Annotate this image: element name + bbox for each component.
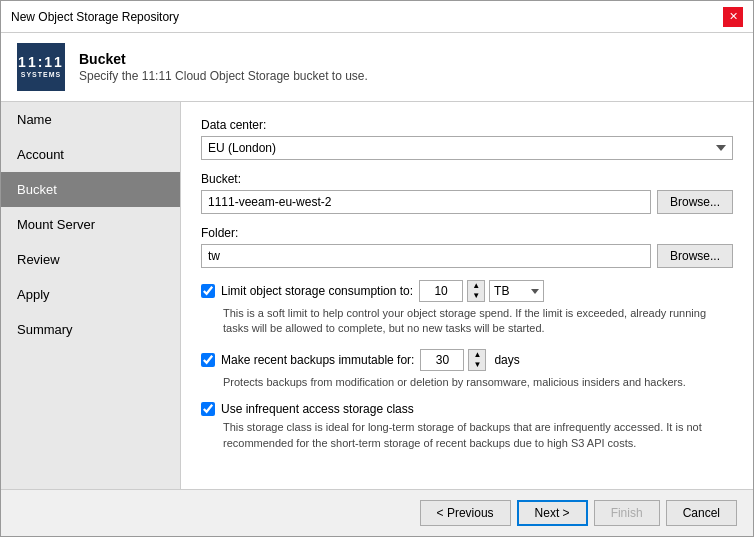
immutable-label: Make recent backups immutable for:	[221, 353, 414, 367]
bucket-group: Bucket: Browse...	[201, 172, 733, 214]
dialog-title: New Object Storage Repository	[11, 10, 179, 24]
next-button[interactable]: Next >	[517, 500, 588, 526]
logo-colon: 11:11	[18, 54, 64, 71]
immutable-value-input[interactable]	[420, 349, 464, 371]
folder-browse-button[interactable]: Browse...	[657, 244, 733, 268]
limit-group: Limit object storage consumption to: ▲ ▼…	[201, 280, 733, 337]
immutable-down-button[interactable]: ▼	[469, 360, 485, 370]
bucket-browse-button[interactable]: Browse...	[657, 190, 733, 214]
limit-unit-select[interactable]: TB GB MB	[489, 280, 544, 302]
limit-help-text: This is a soft limit to help control you…	[223, 306, 733, 337]
bucket-label: Bucket:	[201, 172, 733, 186]
infrequent-help-text: This storage class is ideal for long-ter…	[223, 420, 733, 451]
data-center-label: Data center:	[201, 118, 733, 132]
immutable-unit-label: days	[494, 353, 519, 367]
step-description: Specify the 11:11 Cloud Object Storage b…	[79, 69, 368, 83]
header-area: 11:11 SYSTEMS Bucket Specify the 11:11 C…	[1, 33, 753, 102]
folder-group: Folder: Browse...	[201, 226, 733, 268]
header-text: Bucket Specify the 11:11 Cloud Object St…	[79, 51, 368, 83]
cancel-button[interactable]: Cancel	[666, 500, 737, 526]
immutable-help-text: Protects backups from modification or de…	[223, 375, 733, 390]
limit-label: Limit object storage consumption to:	[221, 284, 413, 298]
sidebar-item-name[interactable]: Name	[1, 102, 180, 137]
step-title: Bucket	[79, 51, 368, 67]
infrequent-checkbox[interactable]	[201, 402, 215, 416]
folder-input[interactable]	[201, 244, 651, 268]
limit-value-input[interactable]	[419, 280, 463, 302]
sidebar-item-account[interactable]: Account	[1, 137, 180, 172]
dialog: New Object Storage Repository ✕ 11:11 SY…	[0, 0, 754, 537]
content-area: Data center: EU (London) Bucket: Browse.…	[181, 102, 753, 489]
immutable-checkbox-row: Make recent backups immutable for: ▲ ▼ d…	[201, 349, 733, 371]
folder-label: Folder:	[201, 226, 733, 240]
title-bar: New Object Storage Repository ✕	[1, 1, 753, 33]
immutable-controls: ▲ ▼ days	[420, 349, 519, 371]
data-center-input-row: EU (London)	[201, 136, 733, 160]
limit-spinner: ▲ ▼	[467, 280, 485, 302]
sidebar-item-mount-server[interactable]: Mount Server	[1, 207, 180, 242]
bucket-input[interactable]	[201, 190, 651, 214]
limit-controls: ▲ ▼ TB GB MB	[419, 280, 544, 302]
sidebar-item-review[interactable]: Review	[1, 242, 180, 277]
immutable-checkbox[interactable]	[201, 353, 215, 367]
bucket-input-row: Browse...	[201, 190, 733, 214]
main-area: Name Account Bucket Mount Server Review …	[1, 102, 753, 489]
logo: 11:11 SYSTEMS	[17, 43, 65, 91]
sidebar: Name Account Bucket Mount Server Review …	[1, 102, 181, 489]
immutable-group: Make recent backups immutable for: ▲ ▼ d…	[201, 349, 733, 390]
infrequent-checkbox-row: Use infrequent access storage class	[201, 402, 733, 416]
limit-checkbox-row: Limit object storage consumption to: ▲ ▼…	[201, 280, 733, 302]
logo-systems: SYSTEMS	[21, 71, 61, 79]
sidebar-item-apply[interactable]: Apply	[1, 277, 180, 312]
folder-input-row: Browse...	[201, 244, 733, 268]
data-center-group: Data center: EU (London)	[201, 118, 733, 160]
close-button[interactable]: ✕	[723, 7, 743, 27]
sidebar-item-bucket[interactable]: Bucket	[1, 172, 180, 207]
data-center-select[interactable]: EU (London)	[201, 136, 733, 160]
infrequent-label: Use infrequent access storage class	[221, 402, 414, 416]
finish-button[interactable]: Finish	[594, 500, 660, 526]
previous-button[interactable]: < Previous	[420, 500, 511, 526]
footer: < Previous Next > Finish Cancel	[1, 489, 753, 536]
infrequent-group: Use infrequent access storage class This…	[201, 402, 733, 451]
immutable-spinner: ▲ ▼	[468, 349, 486, 371]
limit-checkbox[interactable]	[201, 284, 215, 298]
sidebar-item-summary[interactable]: Summary	[1, 312, 180, 347]
immutable-up-button[interactable]: ▲	[469, 350, 485, 360]
limit-down-button[interactable]: ▼	[468, 291, 484, 301]
limit-up-button[interactable]: ▲	[468, 281, 484, 291]
